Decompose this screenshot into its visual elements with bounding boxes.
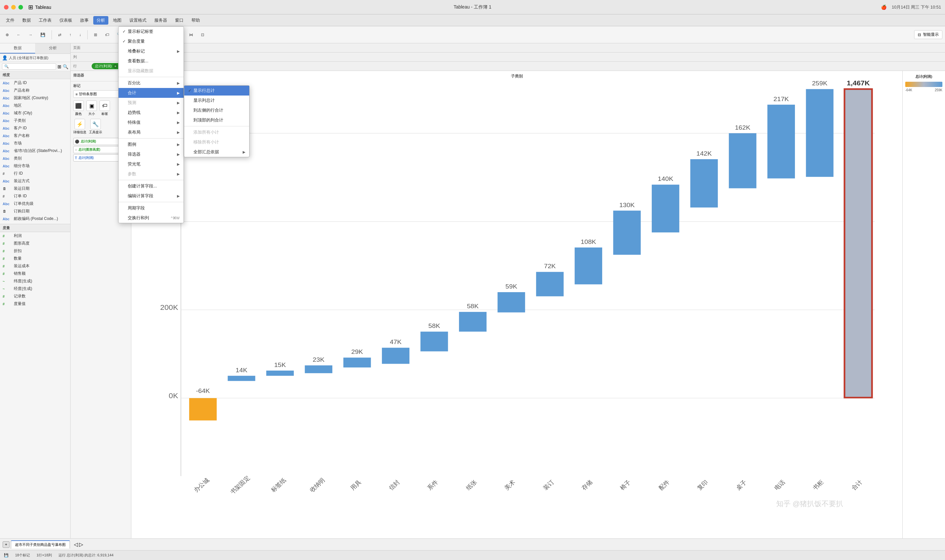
svg-text:-64K: -64K: [196, 387, 210, 394]
records-label: 18个标记: [15, 553, 30, 558]
sheet-tab-active[interactable]: 超市不同子类别商品盈亏瀑布图: [11, 540, 70, 549]
svg-text:电话: 电话: [773, 478, 786, 491]
share-button[interactable]: ⋈: [186, 31, 196, 39]
detail-mark-btn[interactable]: ⚡ 详细信息: [73, 119, 86, 135]
submenu-show-row-totals[interactable]: ✓ 显示行总计: [184, 86, 249, 95]
field-region[interactable]: Abc 地区: [0, 102, 70, 109]
menu-dashboard[interactable]: 仪表板: [56, 16, 75, 25]
forward-icon: →: [29, 32, 32, 37]
menu-aggregate[interactable]: ✓ 聚合度量: [119, 37, 183, 46]
field-customer-name[interactable]: Abc 客户名称: [0, 132, 70, 140]
tab-analysis[interactable]: 分析: [35, 43, 70, 54]
field-shipping-cost[interactable]: # 装运成本: [0, 262, 70, 270]
svg-rect-21: [421, 332, 448, 351]
fit-button[interactable]: ⊡: [198, 31, 207, 39]
add-icon: +: [5, 542, 7, 547]
menu-help[interactable]: 帮助: [188, 16, 203, 25]
menu-filter[interactable]: 筛选器 ▶: [119, 149, 183, 159]
menu-window[interactable]: 窗口: [172, 16, 187, 25]
rows-pill-1[interactable]: 总计(利润) ≡: [92, 63, 121, 69]
field-postal-code[interactable]: Abc 邮政编码 (Postal Code...): [0, 215, 70, 223]
forward-button[interactable]: →: [26, 31, 35, 39]
label-mark-btn[interactable]: 🏷 标签: [100, 100, 110, 116]
field-longitude[interactable]: ~ 经度(生成): [0, 285, 70, 292]
sheet-right-icon[interactable]: ▷: [79, 541, 83, 548]
sort-desc-button[interactable]: ↓: [76, 31, 84, 39]
menu-server[interactable]: 服务器: [151, 16, 171, 25]
menu-analysis[interactable]: 分析: [93, 16, 108, 25]
color-mark-btn[interactable]: ⬛ 颜色: [73, 100, 84, 116]
field-sales[interactable]: # 销售额: [0, 270, 70, 277]
menu-file[interactable]: 文件: [3, 16, 18, 25]
tooltip-mark-btn[interactable]: 🔧 工具提示: [89, 119, 102, 135]
field-row-id[interactable]: # 行 ID: [0, 170, 70, 177]
dimensions-header: 维度: [0, 71, 70, 79]
page-shelf-row: 页面: [71, 43, 945, 52]
field-segment[interactable]: Abc 细分市场: [0, 162, 70, 170]
field-category[interactable]: Abc 类别: [0, 155, 70, 162]
menu-view-data[interactable]: 查看数据...: [119, 56, 183, 66]
menu-special-values[interactable]: 特殊值 ▶: [119, 117, 183, 128]
field-ship-date[interactable]: 🗓 装运日期: [0, 185, 70, 192]
maximize-button[interactable]: [18, 5, 23, 9]
field-market[interactable]: Abc 市场: [0, 140, 70, 147]
field-product-name[interactable]: Abc 产品名称: [0, 87, 70, 94]
size-mark-btn[interactable]: ▣ 大小: [86, 100, 97, 116]
menu-show-mark-labels[interactable]: ✓ 显示标记标签: [119, 26, 183, 37]
field-quantity[interactable]: # 数量: [0, 255, 70, 262]
datasource-label[interactable]: 人员 (全球超市订单数据): [9, 55, 48, 60]
sheet-left-icon[interactable]: ◁: [74, 541, 78, 548]
back-button[interactable]: ←: [14, 31, 24, 39]
menu-edit-calc-field[interactable]: 编辑计算字段 ▶: [119, 191, 183, 201]
field-discount[interactable]: # 折扣: [0, 247, 70, 255]
smart-display-button[interactable]: ⊟ 智能显示: [914, 30, 942, 39]
field-measure-value[interactable]: # 度量值: [0, 300, 70, 308]
swap-button[interactable]: ⇄: [55, 31, 65, 39]
add-sheet-icon[interactable]: +: [3, 541, 9, 548]
menu-story[interactable]: 故事: [77, 16, 92, 25]
menu-map[interactable]: 地图: [110, 16, 125, 25]
list-view-icon[interactable]: 🔍: [63, 64, 68, 69]
submenu-summarize-by[interactable]: 全部汇总依据 ▶: [184, 147, 249, 157]
menu-highlighter[interactable]: 荧光笔 ▶: [119, 159, 183, 169]
new-button[interactable]: ⊕: [3, 31, 12, 39]
menu-totals[interactable]: 合计 ▶: [119, 88, 183, 98]
minimize-button[interactable]: [11, 5, 16, 9]
field-order-date[interactable]: 🗓 订购日期: [0, 208, 70, 215]
field-order-priority[interactable]: Abc 订单优先级: [0, 200, 70, 208]
field-customer-id[interactable]: Abc 客户 ID: [0, 125, 70, 132]
field-ship-mode[interactable]: Abc 装运方式: [0, 177, 70, 185]
field-subcategory[interactable]: Abc 子类别: [0, 117, 70, 125]
menu-data[interactable]: 数据: [19, 16, 34, 25]
grid-view-icon[interactable]: ⊞: [57, 64, 62, 69]
field-product-id[interactable]: Abc 产品 ID: [0, 79, 70, 87]
field-country[interactable]: Abc 国家/地区 (Country): [0, 94, 70, 102]
field-shape-height[interactable]: # 图形高度: [0, 240, 70, 247]
search-box[interactable]: 🔍: [2, 63, 56, 69]
submenu-show-col-totals[interactable]: 显示列总计: [184, 95, 249, 105]
menu-percentage[interactable]: 百分比 ▶: [119, 78, 183, 88]
menu-legend[interactable]: 图例 ▶: [119, 140, 183, 149]
field-latitude[interactable]: ~ 纬度(生成): [0, 277, 70, 285]
submenu-row-total-left[interactable]: 到左侧的行合计: [184, 105, 249, 115]
menu-worksheet[interactable]: 工作表: [35, 16, 55, 25]
label-button[interactable]: 🏷: [102, 31, 112, 39]
menu-trend-line[interactable]: 趋势线 ▶: [119, 108, 183, 117]
sort-asc-button[interactable]: ↑: [66, 31, 74, 39]
submenu-col-total-top[interactable]: 到顶部的列合计: [184, 115, 249, 125]
menu-table-layout[interactable]: 表布局 ▶: [119, 128, 183, 137]
field-profit[interactable]: # 利润: [0, 232, 70, 240]
close-button[interactable]: [4, 5, 9, 9]
tab-data[interactable]: 数据: [0, 43, 35, 54]
field-record-count[interactable]: # 记录数: [0, 292, 70, 300]
menu-create-calc-field[interactable]: 创建计算字段...: [119, 181, 183, 191]
menu-cycle-fields[interactable]: 周期字段: [119, 203, 183, 213]
group-button[interactable]: ⊞: [91, 31, 100, 39]
field-state[interactable]: Abc 省/市/自治区 (State/Provi...): [0, 147, 70, 155]
menu-stack-marks[interactable]: 堆叠标记 ▶: [119, 46, 183, 56]
menu-format[interactable]: 设置格式: [126, 16, 150, 25]
menu-swap-rows-cols[interactable]: 交换行和列 ^⌘W: [119, 213, 183, 223]
field-city[interactable]: Abc 城市 (City): [0, 109, 70, 117]
field-order-id[interactable]: # 订单 ID: [0, 192, 70, 200]
save-button[interactable]: 💾: [37, 31, 48, 39]
